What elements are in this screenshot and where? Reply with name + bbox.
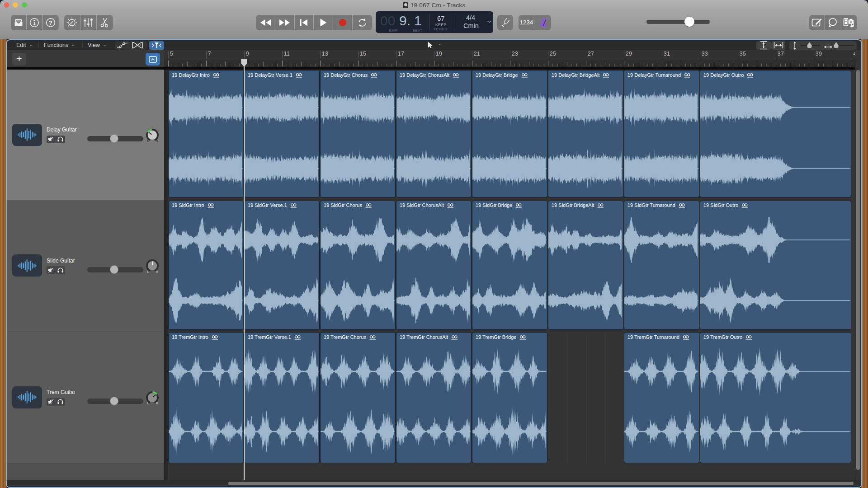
svg-text:?: ? [49, 19, 52, 26]
